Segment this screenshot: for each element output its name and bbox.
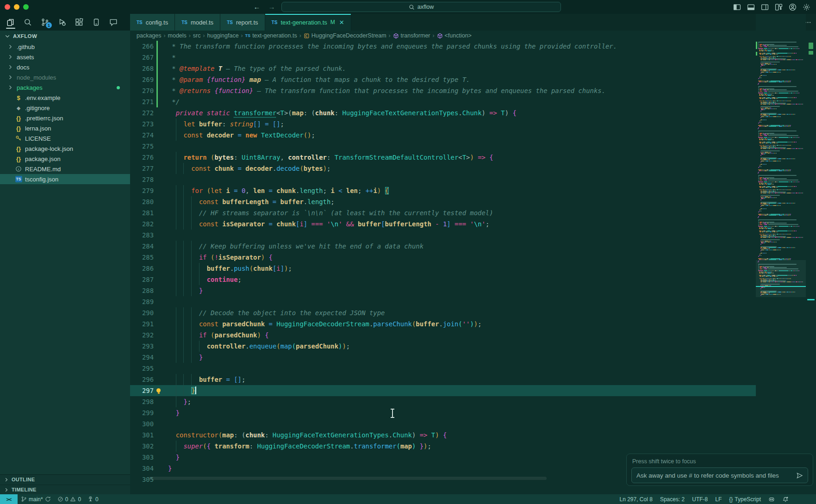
notifications-bell-icon[interactable] [779, 494, 792, 504]
minimap-slider[interactable] [756, 260, 806, 297]
tree-item-lerna.json[interactable]: {}lerna.json [0, 123, 130, 133]
code-line-289[interactable]: 289 [130, 296, 756, 307]
tree-item-.prettierrc.json[interactable]: {}.prettierrc.json [0, 113, 130, 123]
command-center-search[interactable]: axflow [281, 2, 561, 12]
code-line-286[interactable]: 286buffer.push(chunk[i]); [130, 263, 756, 274]
code-line-273[interactable]: 273let buffer: string[] = []; [130, 118, 756, 130]
account-icon[interactable] [789, 3, 797, 11]
code-line-279[interactable]: 279for (let i = 0, len = chunk.length; i… [130, 185, 756, 196]
indentation-status[interactable]: Spaces: 2 [657, 494, 688, 504]
activity-item-extensions[interactable] [73, 15, 85, 29]
code-line-270[interactable]: 270* @returns {function} — The transform… [130, 85, 756, 96]
code-line-291[interactable]: 291const parsedChunk = HuggingFaceDecode… [130, 318, 756, 330]
code-line-300[interactable]: 300 [130, 418, 756, 429]
activity-item-run-debug[interactable] [56, 15, 68, 29]
activity-item-files[interactable] [5, 15, 17, 29]
layout-sidebar-right-icon[interactable] [761, 3, 769, 11]
code-line-285[interactable]: 285if (!isSeparator) { [130, 252, 756, 263]
breadcrumb-item[interactable]: transformer [393, 32, 430, 39]
zoom-window-button[interactable] [23, 4, 29, 10]
code-line-290[interactable]: 290// Decode the object into the expecte… [130, 307, 756, 318]
eol-status[interactable]: LF [712, 494, 725, 504]
breadcrumb-item[interactable]: TStext-generation.ts [245, 32, 297, 39]
code-line-276[interactable]: 276return (bytes: Uint8Array, controller… [130, 152, 756, 163]
breadcrumb-item[interactable]: <function> [437, 32, 472, 39]
code-line-302[interactable]: 302super({ transform: HuggingFaceDecoder… [130, 441, 756, 452]
code-line-280[interactable]: 280const bufferLength = buffer.length; [130, 196, 756, 207]
outline-section[interactable]: OUTLINE [0, 474, 130, 484]
send-icon[interactable] [796, 472, 803, 479]
breadcrumb-item[interactable]: src [193, 32, 201, 39]
code-line-272[interactable]: 272private static transformer<T>(map: (c… [130, 107, 756, 118]
code-line-287[interactable]: 287continue; [130, 274, 756, 285]
breadcrumb-item[interactable]: models [168, 32, 187, 39]
tree-item-packages[interactable]: packages [0, 82, 130, 93]
breadcrumb-item[interactable]: HuggingFaceDecoderStream [304, 32, 386, 39]
minimap[interactable] [756, 14, 806, 494]
code-line-293[interactable]: 293controller.enqueue(map(parsedChunk)); [130, 341, 756, 352]
tab-model.ts[interactable]: TSmodel.ts [175, 14, 220, 31]
remote-indicator[interactable]: >< [0, 494, 18, 504]
code-line-295[interactable]: 295 [130, 363, 756, 374]
close-icon[interactable]: ✕ [339, 19, 344, 26]
activity-item-search[interactable] [22, 15, 34, 29]
tree-item-assets[interactable]: assets [0, 52, 130, 62]
explorer-header[interactable]: AXFLOW [0, 31, 130, 42]
cursor-position[interactable]: Ln 297, Col 8 [617, 494, 656, 504]
code-line-294[interactable]: 294} [130, 352, 756, 363]
tab-report.ts[interactable]: TSreport.ts [220, 14, 265, 31]
problems-status[interactable]: 0 0 [54, 494, 84, 504]
tree-item-README.md[interactable]: README.md [0, 164, 130, 174]
minimize-window-button[interactable] [14, 4, 19, 10]
code-line-292[interactable]: 292if (parsedChunk) { [130, 330, 756, 341]
breadcrumb-item[interactable]: packages [137, 32, 162, 39]
code-line-284[interactable]: 284// Keep buffering unless we've hit th… [130, 241, 756, 252]
layout-sidebar-left-icon[interactable] [733, 3, 741, 11]
tab-config.ts[interactable]: TSconfig.ts [130, 14, 175, 31]
code-area[interactable]: 266* The transform function processes th… [130, 41, 756, 485]
code-line-269[interactable]: 269* @param {function} map — A function … [130, 74, 756, 85]
tree-item-docs[interactable]: docs [0, 62, 130, 72]
close-window-button[interactable] [5, 4, 10, 10]
layout-panel-icon[interactable] [747, 3, 755, 11]
code-line-282[interactable]: 282const isSeparator = chunk[i] === '\n'… [130, 218, 756, 230]
tab-text-generation.ts[interactable]: TStext-generation.tsM✕ [265, 14, 351, 31]
code-line-271[interactable]: 271*/ [130, 96, 756, 107]
chat-input[interactable]: Ask away and use # to refer code symbols… [631, 467, 808, 483]
code-line-278[interactable]: 278 [130, 174, 756, 185]
language-status[interactable]: {} TypeScript [726, 494, 764, 504]
tree-item-package.json[interactable]: {}package.json [0, 154, 130, 164]
horizontal-scrollbar[interactable] [149, 477, 547, 480]
tree-item-LICENSE[interactable]: LICENSE [0, 133, 130, 143]
code-line-275[interactable]: 275 [130, 141, 756, 152]
code-line-301[interactable]: 301constructor(map: (chunk: HuggingFaceT… [130, 429, 756, 441]
lightbulb-icon[interactable] [156, 388, 161, 392]
activity-item-source-control[interactable]: 1 [39, 15, 51, 29]
activity-item-chat[interactable] [107, 15, 119, 29]
timeline-section[interactable]: TIMELINE [0, 485, 130, 494]
code-line-283[interactable]: 283 [130, 230, 756, 241]
code-line-268[interactable]: 268* @template T — The type of the parse… [130, 63, 756, 74]
code-line-266[interactable]: 266* The transform function processes th… [130, 41, 756, 52]
settings-icon[interactable] [803, 3, 810, 11]
code-line-299[interactable]: 299} [130, 407, 756, 418]
branch-status[interactable]: main* [18, 494, 54, 504]
ports-status[interactable]: 0 [84, 494, 102, 504]
tree-item-.gitignore[interactable]: ◆.gitignore [0, 103, 130, 113]
code-line-288[interactable]: 288} [130, 285, 756, 296]
tree-item-.env.example[interactable]: $.env.example [0, 93, 130, 103]
tree-item-package-lock.json[interactable]: {}package-lock.json [0, 143, 130, 154]
layout-customize-icon[interactable] [775, 3, 783, 11]
code-line-281[interactable]: 281// HF streams separator is `\n\n` (at… [130, 207, 756, 218]
nav-back-button[interactable]: ← [252, 2, 262, 12]
tree-item-node_modules[interactable]: node_modules [0, 72, 130, 82]
overview-ruler[interactable] [806, 14, 816, 494]
code-line-298[interactable]: 298}; [130, 396, 756, 407]
code-line-297[interactable]: 297} [130, 385, 756, 396]
code-line-267[interactable]: 267* [130, 52, 756, 63]
encoding-status[interactable]: UTF-8 [689, 494, 711, 504]
activity-item-window[interactable] [90, 15, 102, 29]
copilot-icon[interactable] [765, 494, 778, 504]
tree-item-tsconfig.json[interactable]: TStsconfig.json [0, 174, 130, 184]
tree-item-.github[interactable]: .github [0, 42, 130, 52]
